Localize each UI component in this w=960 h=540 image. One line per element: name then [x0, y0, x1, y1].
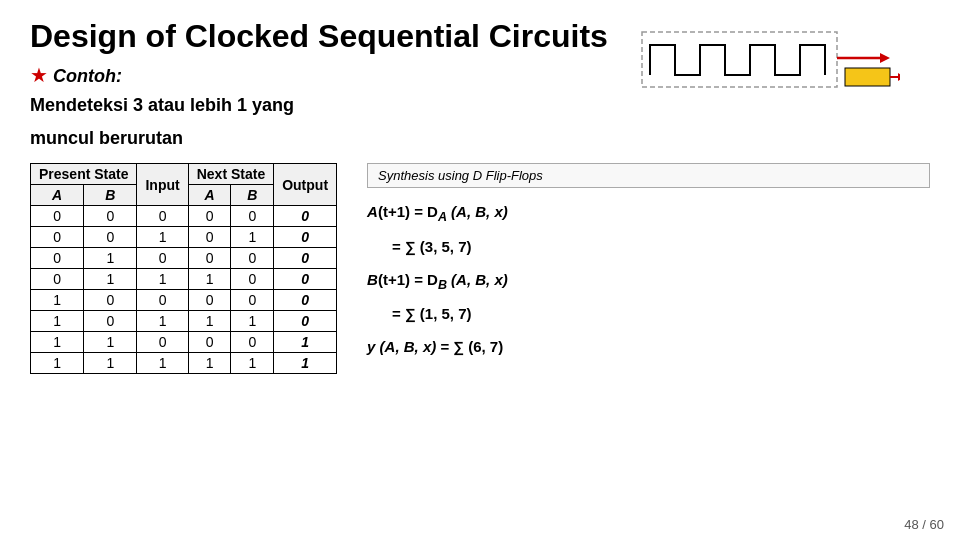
table-cell: 0: [31, 206, 84, 227]
sub-header-a1: A: [31, 185, 84, 206]
svg-rect-0: [642, 32, 837, 87]
table-cell: 0: [84, 311, 137, 332]
table-cell: 0: [31, 269, 84, 290]
table-cell: 0: [188, 227, 231, 248]
formula-a: A(t+1) = DA (A, B, x): [367, 198, 930, 229]
table-cell: 1: [274, 353, 337, 374]
table-cell: 0: [188, 248, 231, 269]
table-cell: 0: [137, 332, 188, 353]
table-cell: 1: [188, 269, 231, 290]
table-cell: 0: [274, 206, 337, 227]
synthesis-box: Synthesis using D Flip-Flops: [367, 163, 930, 188]
table-cell: 1: [231, 311, 274, 332]
table-cell: 0: [137, 248, 188, 269]
contoh-star: ★: [30, 64, 48, 86]
table-cell: 1: [31, 353, 84, 374]
table-cell: 1: [231, 227, 274, 248]
formula-b: B(t+1) = DB (A, B, x): [367, 266, 930, 297]
table-cell: 1: [188, 353, 231, 374]
table-cell: 0: [84, 227, 137, 248]
sub-header-b1: B: [84, 185, 137, 206]
table-cell: 1: [84, 248, 137, 269]
table-cell: 0: [188, 206, 231, 227]
table-cell: 0: [274, 311, 337, 332]
table-cell: 0: [231, 206, 274, 227]
page-number: 48 / 60: [904, 517, 944, 532]
truth-table: Present State Input Next State Output A …: [30, 163, 337, 374]
svg-marker-5: [898, 73, 900, 81]
table-cell: 1: [31, 311, 84, 332]
table-cell: 1: [31, 290, 84, 311]
table-cell: 1: [137, 269, 188, 290]
table-cell: 0: [274, 269, 337, 290]
table-cell: 0: [188, 332, 231, 353]
table-cell: 0: [84, 206, 137, 227]
table-cell: 0: [231, 290, 274, 311]
table-cell: 0: [137, 290, 188, 311]
table-cell: 0: [231, 269, 274, 290]
svg-marker-2: [880, 53, 890, 63]
right-panel: Synthesis using D Flip-Flops A(t+1) = DA…: [357, 163, 930, 374]
table-cell: 0: [274, 290, 337, 311]
sub-header-a2: A: [188, 185, 231, 206]
present-state-header: Present State: [31, 164, 137, 185]
table-cell: 1: [84, 332, 137, 353]
table-cell: 0: [274, 227, 337, 248]
formula-y: y (A, B, x) = ∑ (6, 7): [367, 333, 930, 360]
table-cell: 0: [274, 248, 337, 269]
table-cell: 1: [274, 332, 337, 353]
formula-a-sum: = ∑ (3, 5, 7): [367, 233, 930, 260]
clock-diagram: [640, 30, 940, 130]
output-header: Output: [274, 164, 337, 206]
table-cell: 1: [137, 227, 188, 248]
table-cell: 0: [31, 227, 84, 248]
table-cell: 1: [231, 353, 274, 374]
input-header: Input: [137, 164, 188, 206]
table-cell: 0: [137, 206, 188, 227]
contoh-text: Contoh:: [53, 66, 122, 86]
table-cell: 0: [188, 290, 231, 311]
truth-table-container: Present State Input Next State Output A …: [30, 163, 337, 374]
table-cell: 1: [84, 353, 137, 374]
table-cell: 0: [31, 248, 84, 269]
table-cell: 0: [231, 248, 274, 269]
formula-b-sum: = ∑ (1, 5, 7): [367, 300, 930, 327]
table-cell: 1: [84, 269, 137, 290]
table-cell: 1: [137, 311, 188, 332]
table-cell: 1: [137, 353, 188, 374]
table-cell: 0: [84, 290, 137, 311]
table-cell: 1: [188, 311, 231, 332]
table-cell: 0: [231, 332, 274, 353]
svg-rect-3: [845, 68, 890, 86]
sub-header-b2: B: [231, 185, 274, 206]
table-cell: 1: [31, 332, 84, 353]
next-state-header: Next State: [188, 164, 273, 185]
